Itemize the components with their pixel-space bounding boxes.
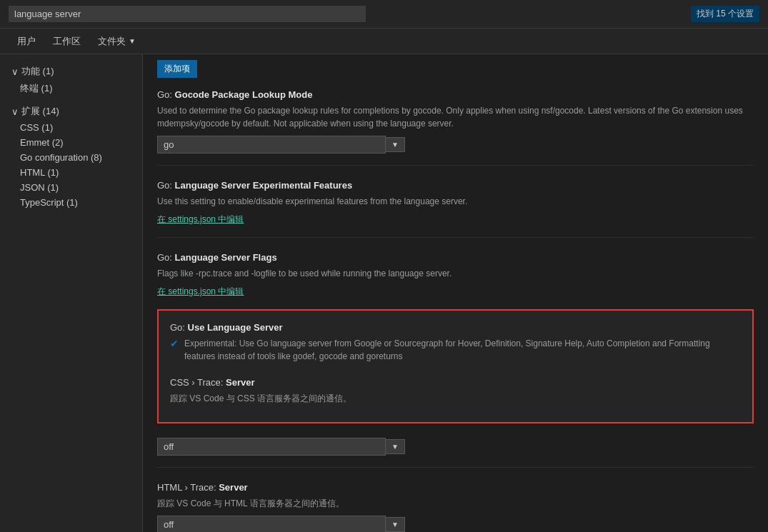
sidebar-item-terminal[interactable]: 终端 (1) bbox=[0, 80, 142, 97]
sidebar-go-config-label: Go configuration (8) bbox=[20, 152, 102, 163]
checkbox-row-uls: ✔ Experimental: Use Go language server f… bbox=[170, 337, 741, 363]
gocode-select[interactable]: go bbox=[157, 136, 386, 154]
tab-workspace[interactable]: 工作区 bbox=[44, 31, 89, 52]
sidebar-emmet-label: Emmet (2) bbox=[20, 137, 64, 148]
tab-user-label: 用户 bbox=[17, 35, 36, 48]
checkbox-icon-uls[interactable]: ✔ bbox=[170, 338, 179, 349]
setting-title-uls: Go: Use Language Server bbox=[170, 322, 741, 333]
sidebar-item-emmet[interactable]: Emmet (2) bbox=[0, 135, 142, 150]
css-trace-select[interactable]: off bbox=[157, 438, 386, 456]
search-input[interactable] bbox=[9, 6, 366, 22]
html-trace-select-arrow[interactable]: ▼ bbox=[386, 517, 405, 532]
setting-title-html-trace: HTML › Trace: Server bbox=[157, 482, 754, 493]
tabs-bar: 用户 工作区 文件夹 ▼ bbox=[0, 29, 768, 54]
setting-css-trace-inner: CSS › Trace: Server 跟踪 VS Code 与 CSS 语言服… bbox=[170, 377, 741, 405]
sidebar-terminal-label: 终端 (1) bbox=[20, 82, 53, 95]
gocode-select-arrow[interactable]: ▼ bbox=[386, 137, 405, 152]
tab-workspace-label: 工作区 bbox=[53, 35, 81, 48]
search-result: 找到 15 个设置 bbox=[691, 6, 759, 22]
sidebar-item-css[interactable]: CSS (1) bbox=[0, 120, 142, 135]
css-trace-select-row: off ▼ bbox=[157, 438, 754, 456]
setting-desc-lsf: Flags like -rpc.trace and -logfile to be… bbox=[157, 267, 754, 280]
chevron-down-icon: ▼ bbox=[129, 37, 136, 45]
sidebar-features-label: 功能 (1) bbox=[21, 65, 54, 78]
sidebar-item-go-config[interactable]: Go configuration (8) bbox=[0, 150, 142, 165]
sidebar-extensions-label: 扩展 (14) bbox=[21, 105, 59, 118]
sidebar-item-html[interactable]: HTML (1) bbox=[0, 165, 142, 180]
highlighted-use-language-server: Go: Use Language Server ✔ Experimental: … bbox=[157, 309, 754, 423]
setting-html-trace: HTML › Trace: Server 跟踪 VS Code 与 HTML 语… bbox=[157, 482, 754, 532]
add-item-button[interactable]: 添加项 bbox=[157, 60, 197, 78]
sidebar-item-features[interactable]: ∨ 功能 (1) bbox=[0, 63, 142, 80]
tab-folder[interactable]: 文件夹 ▼ bbox=[89, 31, 144, 52]
lsf-settings-link[interactable]: 在 settings.json 中编辑 bbox=[157, 286, 244, 296]
sidebar-typescript-label: TypeScript (1) bbox=[20, 197, 78, 208]
sidebar: ∨ 功能 (1) 终端 (1) ∨ 扩展 (14) CSS (1) Emmet … bbox=[0, 54, 143, 532]
setting-title-gocode: Go: Gocode Package Lookup Mode bbox=[157, 89, 754, 100]
setting-language-server-experimental: Go: Language Server Experimental Feature… bbox=[157, 180, 754, 238]
setting-gocode-package-lookup: Go: Gocode Package Lookup Mode Used to d… bbox=[157, 89, 754, 166]
setting-title-css-trace: CSS › Trace: Server bbox=[170, 377, 741, 388]
sidebar-css-label: CSS (1) bbox=[20, 122, 53, 133]
setting-css-trace: off ▼ bbox=[157, 438, 754, 468]
html-trace-select[interactable]: off bbox=[157, 516, 386, 532]
setting-language-server-flags: Go: Language Server Flags Flags like -rp… bbox=[157, 252, 754, 309]
setting-title-lsf: Go: Language Server Flags bbox=[157, 252, 754, 263]
setting-desc-gocode: Used to determine the Go package lookup … bbox=[157, 104, 754, 130]
setting-desc-css-trace: 跟踪 VS Code 与 CSS 语言服务器之间的通信。 bbox=[170, 392, 741, 405]
css-trace-select-arrow[interactable]: ▼ bbox=[386, 439, 405, 454]
main-layout: ∨ 功能 (1) 终端 (1) ∨ 扩展 (14) CSS (1) Emmet … bbox=[0, 54, 768, 532]
chevron-down-icon2: ∨ bbox=[11, 106, 19, 117]
sidebar-item-extensions[interactable]: ∨ 扩展 (14) bbox=[0, 103, 142, 120]
tab-folder-label: 文件夹 bbox=[98, 35, 126, 48]
tab-user[interactable]: 用户 bbox=[9, 31, 44, 52]
setting-desc-lse: Use this setting to enable/disable exper… bbox=[157, 195, 754, 208]
sidebar-item-typescript[interactable]: TypeScript (1) bbox=[0, 195, 142, 210]
chevron-down-icon: ∨ bbox=[11, 66, 19, 77]
sidebar-html-label: HTML (1) bbox=[20, 167, 59, 178]
sidebar-json-label: JSON (1) bbox=[20, 182, 59, 193]
header: 找到 15 个设置 bbox=[0, 0, 768, 29]
setting-select-gocode: go ▼ bbox=[157, 136, 754, 154]
html-trace-select-row: off ▼ bbox=[157, 516, 754, 532]
checkbox-label-uls: Experimental: Use Go language server fro… bbox=[184, 337, 741, 363]
sidebar-section-features: ∨ 功能 (1) 终端 (1) bbox=[0, 60, 142, 100]
setting-title-lse: Go: Language Server Experimental Feature… bbox=[157, 180, 754, 191]
lse-settings-link[interactable]: 在 settings.json 中编辑 bbox=[157, 214, 244, 224]
sidebar-section-extensions: ∨ 扩展 (14) CSS (1) Emmet (2) Go configura… bbox=[0, 100, 142, 213]
settings-content: 添加项 Go: Gocode Package Lookup Mode Used … bbox=[143, 54, 768, 532]
setting-desc-html-trace: 跟踪 VS Code 与 HTML 语言服务器之间的通信。 bbox=[157, 497, 754, 510]
sidebar-item-json[interactable]: JSON (1) bbox=[0, 180, 142, 195]
